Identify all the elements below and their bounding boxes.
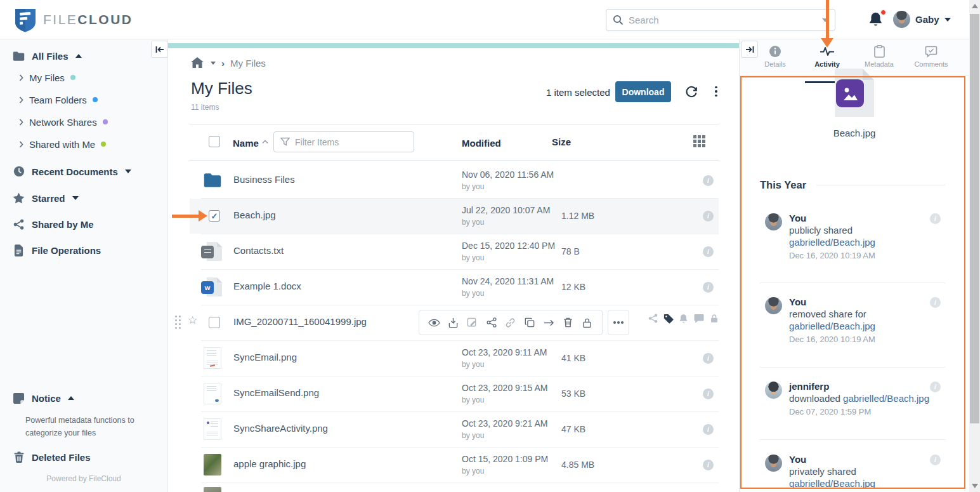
brand-text: FILECLOUD [43,12,133,27]
file-name[interactable]: Beach.jpg [233,209,276,220]
table-row-syncshareactivity[interactable]: SyncShareActivity.png Oct 23, 2020 9:21 … [168,411,739,447]
info-icon: i [930,297,941,308]
collapse-sidebar-button[interactable] [151,41,168,58]
sidebar-item-all-files[interactable]: All Files [13,48,82,63]
column-header-modified[interactable]: Modified [462,138,501,149]
download-button[interactable]: Download [615,81,671,102]
search-bar[interactable] [606,9,835,31]
scrollbar-down-arrow-icon[interactable] [972,484,978,488]
photo-thumbnail [204,487,221,492]
table-row-beach-selected[interactable]: ✓ Beach.jpg Jul 22, 2020 10:07 AMby you … [168,198,739,234]
activity-info-button[interactable]: i [930,213,941,224]
activity-avatar [765,382,782,399]
row-more-button[interactable] [608,310,629,335]
scrollbar-up-arrow-icon[interactable] [972,4,978,8]
activity-file-link[interactable]: gabrielled/Beach.jpg [843,393,929,404]
scrollbar-thumb[interactable] [970,14,979,423]
more-options-button[interactable] [710,85,722,98]
chevron-right-icon [19,96,23,103]
file-name[interactable]: SyncShareActivity.png [233,423,328,434]
activity-info-button[interactable]: i [930,297,941,308]
table-row-syncemailsend[interactable]: SyncEmailSend.png Oct 23, 2020 9:15 AMby… [168,376,739,411]
sidebar-item-shared-with-me[interactable]: Shared with Me [19,137,106,151]
row-checkbox-checked[interactable]: ✓ [209,210,220,222]
row-checkbox[interactable] [209,317,220,328]
row-info-button[interactable]: i [703,424,714,435]
sidebar-item-starred[interactable]: Starred [13,190,79,206]
row-info-button[interactable]: i [703,211,714,222]
sidebar-item-file-operations[interactable]: File Operations [13,243,101,258]
page-scrollbar[interactable] [969,0,980,492]
notifications-button[interactable] [868,11,885,28]
search-input[interactable] [629,15,818,25]
row-info-button[interactable]: i [703,282,714,293]
info-icon: i [703,460,714,470]
row-info-button[interactable]: i [703,175,714,186]
activity-item: jenniferp downloaded gabrielled/Beach.jp… [765,380,950,417]
file-name[interactable]: Business Files [233,174,295,185]
column-header-size[interactable]: Size [552,136,571,147]
activity-info-button[interactable]: i [930,382,941,392]
file-name[interactable]: IMG_20200711_160041999.jpg [233,316,367,327]
text-file-icon [201,246,214,258]
file-name[interactable]: Example 1.docx [233,281,301,291]
table-row-contacts[interactable]: Contacts.txt Dec 15, 2020 12:40 PMby you… [168,234,739,269]
sidebar-item-shared-by-me[interactable]: Shared by Me [13,216,94,232]
column-header-name[interactable]: Name [233,138,259,149]
activity-info-button[interactable]: i [930,455,941,465]
file-name[interactable]: Contacts.txt [233,245,284,256]
collapse-panel-button[interactable] [741,41,758,58]
table-row-example-docx[interactable]: w Example 1.docx Nov 24, 2020 11:31 AMby… [168,269,739,305]
sidebar-item-network-shares[interactable]: Network Shares [19,115,108,129]
file-name[interactable]: SyncEmail.png [233,352,297,362]
accent-bar [168,43,739,48]
home-icon[interactable] [191,57,204,69]
select-all-checkbox[interactable] [209,136,220,147]
activity-file-link[interactable]: gabrielled/Beach.jpg [789,320,950,332]
edit-icon[interactable] [466,317,478,329]
filter-items-input[interactable] [295,137,410,147]
table-row-img-hover[interactable]: ☆ IMG_20200711_160041999.jpg [168,305,739,340]
sidebar: All Files My Files Team Folders Network … [0,39,168,492]
breadcrumb-current[interactable]: My Files [230,58,266,69]
tab-comments[interactable]: Comments [905,44,957,76]
activity-action: removed share for [789,308,950,320]
sidebar-item-team-folders[interactable]: Team Folders [19,93,98,107]
table-row-partial[interactable] [168,482,739,492]
expand-caret-icon [72,196,79,200]
copy-link-icon[interactable] [504,317,516,329]
sidebar-item-notice[interactable]: Notice [13,390,74,406]
copy-icon[interactable] [524,317,536,329]
drag-handle[interactable] [175,316,181,329]
user-avatar [893,11,910,28]
activity-file-link[interactable]: gabrielled/Beach.jpg [789,477,950,489]
preview-eye-icon[interactable] [428,317,440,329]
search-scope-caret-icon[interactable] [822,18,828,22]
lock-icon[interactable] [581,317,593,329]
row-info-button[interactable]: i [703,460,714,470]
filecloud-logo[interactable]: FILECLOUD [14,7,133,32]
activity-file-link[interactable]: gabrielled/Beach.jpg [789,236,950,248]
refresh-button[interactable] [684,84,698,98]
row-info-button[interactable]: i [703,389,714,399]
table-row-syncemail[interactable]: SyncEmail.png Oct 23, 2020 9:11 AMby you… [168,340,739,376]
move-arrow-icon[interactable] [543,317,555,329]
file-name[interactable]: SyncEmailSend.png [233,387,319,398]
sidebar-item-deleted-files[interactable]: Deleted Files [13,449,91,465]
row-info-button[interactable]: i [703,246,714,257]
file-name[interactable]: apple graphic.jpg [233,458,306,469]
table-row-apple-graphic[interactable]: apple graphic.jpg Oct 15, 2020 1:09 PMby… [168,447,739,482]
status-dot [101,142,106,147]
user-menu[interactable]: Gaby [893,11,951,28]
star-toggle[interactable]: ☆ [188,315,197,326]
row-info-button[interactable]: i [703,353,714,364]
share-icon[interactable] [485,317,497,329]
grid-view-toggle[interactable] [693,135,705,147]
table-row-business-files[interactable]: Business Files Nov 06, 2020 11:56 AMby y… [168,163,739,198]
sidebar-item-recent-documents[interactable]: Recent Documents [13,164,131,179]
breadcrumb-caret-icon[interactable] [211,62,216,65]
sidebar-item-my-files[interactable]: My Files [19,70,75,84]
delete-trash-icon[interactable] [562,317,574,329]
sort-ascending-icon[interactable] [262,140,268,144]
download-icon[interactable] [447,317,459,329]
